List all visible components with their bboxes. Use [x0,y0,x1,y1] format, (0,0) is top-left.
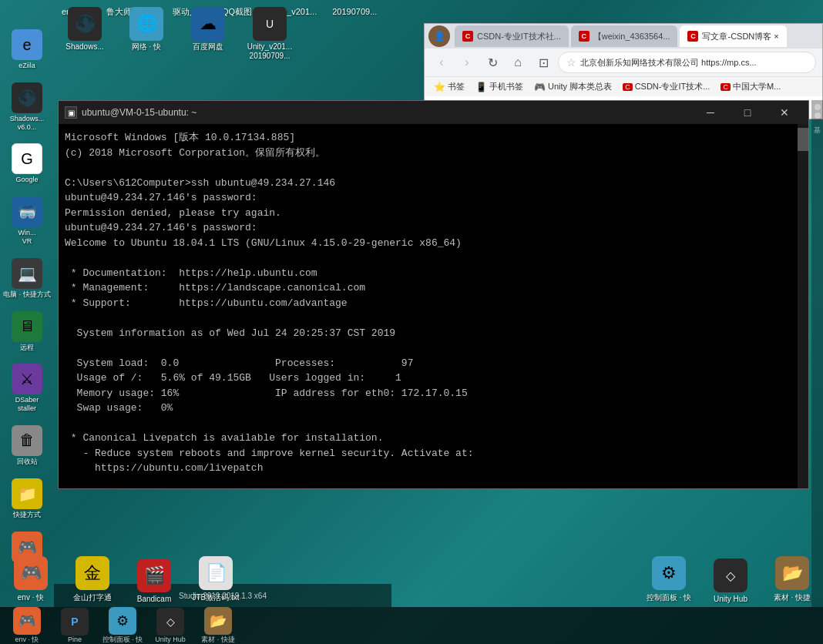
winvr-icon: 🥽 [12,196,42,227]
cmd-line-18: Swap usage: 0% [65,402,173,414]
taskbar-icon-material: 📂 [204,607,232,635]
desktop-icon-jtb[interactable]: 📄 JTB激活码.txt [185,556,247,603]
shadows-label: Shadows...v6.0... [10,115,45,132]
browser-tab-csdn1[interactable]: C CSDN-专业IT技术社... [455,25,569,47]
unity-hub-label: Unity Hub [714,595,747,603]
bookmark-phone[interactable]: 📱 手机书签 [472,79,526,94]
cmd-window-controls: ─ □ ✕ [693,101,802,124]
taskbar-icon-setting: ⚙ [109,607,136,635]
computer-icon: 💻 [12,258,42,289]
unity-icon: U [253,7,287,41]
desktop-icon-jinshan[interactable]: 金 金山打字通 [62,556,123,603]
newtab-button[interactable]: ⊡ [532,52,554,73]
desktop-icon-bandicam[interactable]: 🎬 Bandicam [123,558,185,603]
desktop-icon-remote[interactable]: 🖥 远程 [0,305,54,358]
cmd-line-17: Memory usage: 16% IP address for eth0: 1… [65,387,468,399]
bookmark-star-icon: ☆ [566,56,576,69]
taskbar-app-setting[interactable]: ⚙ 控制面板 · 快 [99,607,146,645]
desktop-icon-material[interactable]: 📂 素材 · 快捷 [761,556,823,603]
bookmark-star[interactable]: ⭐ 书签 [431,79,468,94]
china-bm-icon: C [721,83,731,91]
desktop-icon-unity-hub[interactable]: ◇ Unity Hub [700,558,761,603]
browser-tab-write[interactable]: C 写文章-CSDN博客 × [680,25,786,47]
shadow-label: Shadows... [66,42,103,52]
bookmark-csdn-label: CSDN-专业IT技术... [635,81,710,92]
desktop-icon-unity[interactable]: U Unity_v201... 20190709... [239,4,301,64]
folder-icon: 📁 [12,478,42,509]
bookmark-unity[interactable]: 🎮 Unity 脚本类总表 [531,79,615,94]
browser-toolbar: ‹ › ↻ ⌂ ⊡ ☆ 北京创新乐知网络技术有限公司 https://mp.cs… [425,49,822,76]
cmd-line-10: * Management: https://landscape.canonica… [65,282,365,293]
tab-icon-write: C [687,31,698,42]
bookmark-csdn[interactable]: C CSDN-专业IT技术... [620,79,713,94]
panel-dot-2 [815,112,821,119]
forward-button[interactable]: › [456,52,478,73]
baidu-label: 百度网盘 [193,42,223,52]
tab-label-write: 写文章-CSDN博客 × [702,31,778,42]
desktop-icon-dsaber[interactable]: ⚔ DSaberstaller [0,357,54,419]
cmd-scrollbar[interactable] [798,124,808,488]
address-bar[interactable]: ☆ 北京创新乐知网络技术有限公司 https://mp.cs... [558,52,816,73]
taskbar: 🎮 env · 快 P Pine ⚙ 控制面板 · 快 ◇ Unity Hub … [0,607,823,644]
cmd-line-1: (c) 2018 Microsoft Corporation。保留所有权利。 [65,147,325,159]
desktop-icon-env[interactable]: 🎮 env · 快 [0,556,62,603]
back-button[interactable]: ‹ [431,52,452,73]
cmd-text-area[interactable]: Microsoft Windows [版本 10.0.17134.885] (c… [59,124,808,488]
taskbar-app-unity[interactable]: ◇ Unity Hub [147,608,193,643]
desktop-icon-shadows[interactable]: 🌑 Shadows...v6.0... [0,76,54,138]
desktop-icon-setting[interactable]: ⚙ 控制面板 · 快 [638,556,700,603]
jinshan-label: 金山打字通 [73,592,112,603]
desktop-icon-google[interactable]: G Google [0,137,54,190]
taskbar-app-pine[interactable]: P Pine [52,608,98,643]
bookmarks-bar: ⭐ 书签 📱 手机书签 🎮 Unity 脚本类总表 C CSDN-专业IT技术.… [425,76,822,96]
eziila-icon: e [12,29,42,60]
taskbar-icon-env: 🎮 [13,607,41,635]
unity-label: Unity_v201... 20190709... [240,42,299,61]
jtb-icon: 📄 [199,556,233,590]
taskbar-label-material: 素材 · 快捷 [201,635,235,645]
cmd-maximize-button[interactable]: □ [730,101,765,124]
desktop-icon-network[interactable]: 🌐 网络 · 快 [116,4,177,55]
cmd-scrollbar-thumb [798,128,808,151]
home-button[interactable]: ⌂ [507,52,529,73]
panel-dot-1 [815,104,821,110]
bookmark-china[interactable]: C 中国大学M... [717,79,784,94]
cmd-app-icon: ▣ [65,106,77,119]
left-icons: e eZiila 🌑 Shadows...v6.0... G Google 🥽 … [0,23,54,586]
taskbar-icon-unity: ◇ [156,608,184,636]
desktop-icon-recycle[interactable]: 🗑 回收站 [0,419,54,472]
cmd-line-16: Usage of /: 5.6% of 49.15GB Users logged… [65,372,401,384]
cmd-title: ubuntu@VM-0-15-ubuntu: ~ [82,107,693,118]
cmd-line-11: * Support: https://ubuntu.com/advantage [65,297,348,309]
cmd-line-15: System load: 0.0 Processes: 97 [65,357,413,369]
setting-icon: ⚙ [652,556,686,590]
taskbar-icon-pine: P [61,608,89,636]
cmd-line-6: ubuntu@49.234.27.146's password: [65,222,257,233]
cmd-minimize-button[interactable]: ─ [693,101,728,124]
bookmark-phone-label: 手机书签 [489,81,523,92]
cmd-line-22: https://ubuntu.com/livepatch [65,462,263,474]
tab-icon-weixin: C [579,31,590,42]
unity-bm-icon: 🎮 [534,82,546,92]
desktop-icon-winvr[interactable]: 🥽 Win...VR [0,190,54,252]
desktop-icon-shadow[interactable]: 🌑 Shadows... [54,4,116,55]
desktop-icon-baidu[interactable]: ☁ 百度网盘 [177,4,239,55]
cmd-close-button[interactable]: ✕ [767,101,802,124]
bookmark-star-label: 书签 [448,81,465,92]
remote-label: 远程 [20,344,34,352]
bookmark-china-label: 中国大学M... [733,81,781,92]
refresh-button[interactable]: ↻ [482,52,503,73]
recycle-label: 回收站 [17,458,38,466]
taskbar-app-env[interactable]: 🎮 env · 快 [4,607,50,645]
jtb-label: JTB激活码.txt [192,592,239,603]
desktop-icon-eziila[interactable]: e eZiila [0,23,54,76]
env-label: env · 快 [18,592,44,603]
cmd-line-13: System information as of Wed Jul 24 20:2… [65,327,395,339]
desktop-icon-computer[interactable]: 💻 电脑 · 快捷方式 [0,252,54,305]
taskbar-label-env: env · 快 [15,635,39,645]
address-text: 北京创新乐知网络技术有限公司 https://mp.cs... [580,57,757,69]
shadow-icon: 🌑 [68,7,102,41]
cmd-line-9: * Documentation: https://help.ubuntu.com [65,267,317,279]
taskbar-app-material[interactable]: 📂 素材 · 快捷 [195,607,241,645]
browser-tab-weixin[interactable]: C 【weixin_4363564... [571,25,678,47]
